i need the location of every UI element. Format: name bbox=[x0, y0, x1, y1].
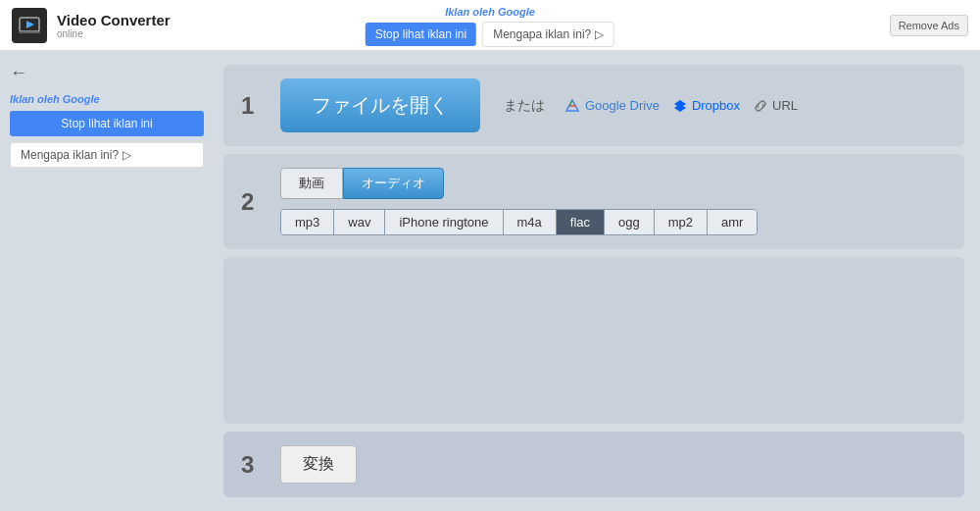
sidebar-ad-label: Iklan oleh Google bbox=[10, 93, 204, 105]
logo-area: Video Converter online bbox=[12, 8, 171, 43]
svg-marker-1 bbox=[26, 21, 34, 28]
sidebar: ← Iklan oleh Google Stop lihat iklan ini… bbox=[0, 51, 214, 511]
logo-text-area: Video Converter online bbox=[57, 12, 171, 39]
sidebar-back-arrow[interactable]: ← bbox=[10, 63, 204, 83]
convert-button[interactable]: 変換 bbox=[280, 445, 357, 484]
step2-inner: 動画 オーディオ mp3waviPhone ringtonem4aflacogg… bbox=[280, 168, 947, 235]
logo-title: Video Converter bbox=[57, 12, 171, 28]
content-area: 1 ファイルを開く または Google Drive bbox=[214, 51, 980, 511]
format-option-flac[interactable]: flac bbox=[557, 210, 605, 234]
why-ad-button-sidebar[interactable]: Mengapa iklan ini? ▷ bbox=[10, 142, 204, 168]
logo-subtitle: online bbox=[57, 28, 171, 39]
step1-panel: 1 ファイルを開く または Google Drive bbox=[223, 65, 964, 146]
why-ad-button-top[interactable]: Mengapa iklan ini? ▷ bbox=[482, 22, 614, 47]
format-option-wav[interactable]: wav bbox=[334, 210, 385, 234]
or-text: または bbox=[504, 97, 545, 115]
svg-line-5 bbox=[569, 100, 572, 106]
logo-icon bbox=[12, 8, 47, 43]
top-ad-bar: Iklan oleh Google Stop lihat iklan ini M… bbox=[366, 6, 614, 47]
top-ad-label: Iklan oleh Google bbox=[445, 6, 535, 18]
stop-ad-button-top[interactable]: Stop lihat iklan ini bbox=[366, 23, 476, 46]
format-option-m4a[interactable]: m4a bbox=[504, 210, 557, 234]
format-tabs: 動画 オーディオ bbox=[280, 168, 947, 199]
svg-marker-7 bbox=[674, 104, 686, 112]
svg-rect-2 bbox=[19, 31, 40, 33]
format-option-mp2[interactable]: mp2 bbox=[655, 210, 708, 234]
format-options: mp3waviPhone ringtonem4aflacoggmp2amr bbox=[280, 209, 758, 235]
tab-audio[interactable]: オーディオ bbox=[343, 168, 444, 199]
header: Video Converter online Iklan oleh Google… bbox=[0, 0, 980, 51]
format-option-amr[interactable]: amr bbox=[708, 210, 757, 234]
step2-number: 2 bbox=[241, 188, 265, 216]
url-link[interactable]: URL bbox=[754, 98, 798, 113]
remove-ads-button[interactable]: Remove Ads bbox=[890, 15, 968, 36]
format-option-ogg[interactable]: ogg bbox=[605, 210, 655, 234]
format-option-iPhone-ringtone[interactable]: iPhone ringtone bbox=[385, 210, 503, 234]
step1-number: 1 bbox=[241, 92, 265, 120]
stop-ad-button-sidebar[interactable]: Stop lihat iklan ini bbox=[10, 111, 204, 136]
top-ad-buttons: Stop lihat iklan ini Mengapa iklan ini? … bbox=[366, 22, 614, 47]
main-layout: ← Iklan oleh Google Stop lihat iklan ini… bbox=[0, 51, 980, 511]
step2-panel: 2 動画 オーディオ mp3waviPhone ringtonem4aflaco… bbox=[223, 154, 964, 249]
step3-panel: 3 変換 bbox=[223, 432, 964, 497]
dropbox-link[interactable]: Dropbox bbox=[673, 98, 740, 113]
open-file-button[interactable]: ファイルを開く bbox=[280, 78, 480, 132]
content-fill bbox=[223, 257, 964, 424]
step3-number: 3 bbox=[241, 451, 265, 479]
cloud-options: Google Drive Dropbox URL bbox=[564, 98, 798, 114]
format-option-mp3[interactable]: mp3 bbox=[281, 210, 334, 234]
tab-video[interactable]: 動画 bbox=[280, 168, 343, 199]
google-drive-link[interactable]: Google Drive bbox=[564, 98, 660, 114]
